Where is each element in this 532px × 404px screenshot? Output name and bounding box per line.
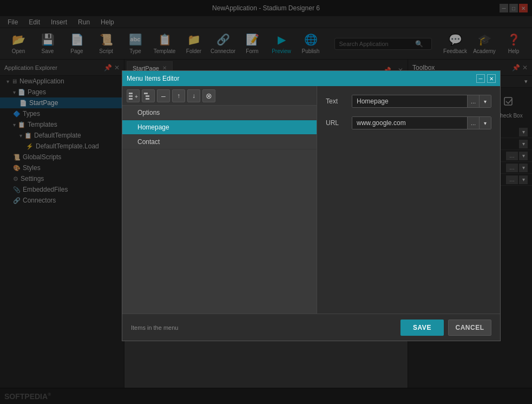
modal-close-button[interactable]: ✕ <box>487 74 496 83</box>
modal-left: + – ↑ ↓ ⊗ <box>122 86 317 314</box>
svg-rect-6 <box>129 95 133 97</box>
modal-url-input-wrap: … ▾ <box>352 116 491 129</box>
modal-field-url: URL … ▾ <box>326 116 491 129</box>
modal-title-icons: ─ ✕ <box>476 74 496 83</box>
modal-footer: Items in the menu SAVE CANCEL <box>122 314 500 341</box>
modal-minimize-button[interactable]: ─ <box>476 74 485 83</box>
modal-list-item-homepage[interactable]: Homepage <box>122 120 317 135</box>
svg-text:+: + <box>135 94 138 100</box>
modal-text-ellipsis-btn[interactable]: … <box>467 95 479 107</box>
modal-move-up-button[interactable]: ↑ <box>172 89 185 102</box>
modal-body: + – ↑ ↓ ⊗ <box>122 86 500 314</box>
modal-url-input[interactable] <box>352 117 467 129</box>
modal-save-button[interactable]: SAVE <box>400 320 444 336</box>
modal-title: Menu Items Editor <box>127 75 179 82</box>
modal-text-input-wrap: … ▾ <box>352 95 491 108</box>
modal-text-dropdown-btn[interactable]: ▾ <box>479 95 491 107</box>
modal-url-dropdown-btn[interactable]: ▾ <box>479 117 491 129</box>
modal-footer-text: Items in the menu <box>131 324 396 331</box>
svg-rect-7 <box>129 98 133 100</box>
modal-add-child-button[interactable] <box>142 89 155 102</box>
modal-title-bar: Menu Items Editor ─ ✕ <box>122 71 500 86</box>
svg-rect-10 <box>146 95 149 97</box>
modal-add-root-button[interactable]: + <box>127 89 140 102</box>
modal-field-text: Text … ▾ <box>326 95 491 108</box>
modal-url-ellipsis-btn[interactable]: … <box>467 117 479 129</box>
svg-rect-5 <box>129 93 133 94</box>
svg-rect-9 <box>144 93 148 94</box>
modal-text-input[interactable] <box>352 95 467 107</box>
modal-url-label: URL <box>326 119 347 127</box>
modal-right: Text … ▾ URL … ▾ <box>317 86 500 314</box>
modal-move-down-button[interactable]: ↓ <box>187 89 200 102</box>
modal-list-item-contact[interactable]: Contact <box>122 135 317 149</box>
modal-list-item-options[interactable]: Options <box>122 106 317 120</box>
modal-overlay: Menu Items Editor ─ ✕ + <box>0 0 532 404</box>
modal-remove-all-button[interactable]: ⊗ <box>202 89 215 102</box>
modal-menu-items-editor: Menu Items Editor ─ ✕ + <box>122 70 501 341</box>
modal-cancel-button[interactable]: CANCEL <box>448 320 491 336</box>
svg-rect-11 <box>146 98 149 100</box>
modal-toolbar: + – ↑ ↓ ⊗ <box>122 86 317 106</box>
modal-text-label: Text <box>326 97 347 105</box>
modal-remove-button[interactable]: – <box>157 89 170 102</box>
modal-list: Options Homepage Contact <box>122 106 317 314</box>
